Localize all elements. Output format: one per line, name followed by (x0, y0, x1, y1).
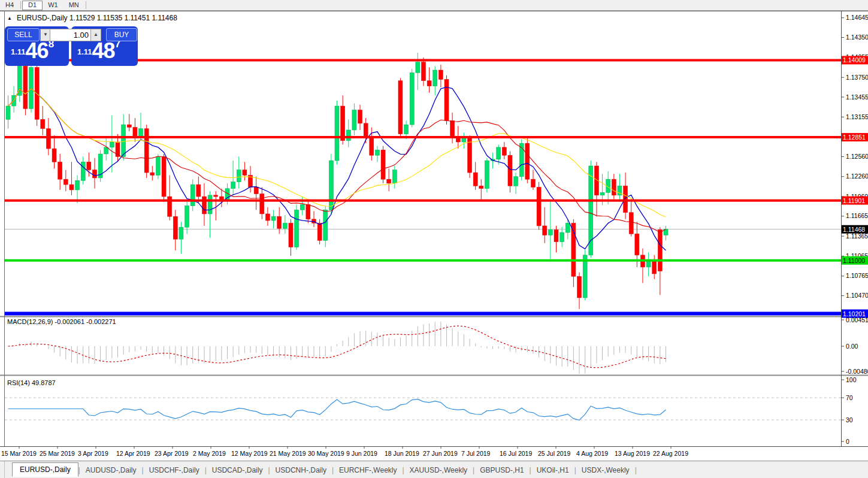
date-axis-label: 13 Aug 2019 (615, 450, 650, 457)
candle (156, 156, 160, 175)
date-axis-label: 22 Aug 2019 (653, 450, 688, 457)
candle (404, 125, 409, 134)
timeframe-toolbar: H4D1W1MN (0, 0, 868, 11)
candle (560, 232, 564, 242)
candle (346, 130, 350, 141)
macd-axis-tick: -0.004806 (846, 368, 868, 375)
candle (652, 261, 657, 274)
chart-tab-gbpusd-h1[interactable]: GBPUSD-,H1 (474, 464, 529, 477)
chart-tab-eurchf-weekly[interactable]: EURCHF-,Weekly (334, 464, 402, 477)
candle (29, 68, 34, 109)
candle (485, 161, 489, 189)
candle (104, 147, 108, 154)
candle (416, 62, 420, 73)
candle (185, 206, 189, 228)
rsi-axis-tick: 70 (846, 394, 853, 401)
date-axis-label: 9 Jun 2019 (346, 450, 377, 457)
candle (190, 184, 195, 206)
date-axis-label: 3 Apr 2019 (78, 450, 108, 457)
candle (110, 142, 114, 147)
price-axis-tick: 1.11665 (846, 212, 868, 219)
candle (317, 223, 322, 241)
rsi-indicator-label: RSI(14) 49.8787 (7, 379, 56, 386)
timeframe-button-mn[interactable]: MN (63, 1, 84, 10)
candle (254, 187, 258, 194)
date-axis-label: 2 May 2019 (193, 450, 226, 457)
price-chart[interactable]: 1.146451.143501.140551.137501.134551.131… (0, 0, 868, 478)
buy-quote-prefix: 1.11 (77, 47, 92, 56)
candle (473, 173, 477, 186)
candle (271, 216, 276, 220)
candle (635, 234, 639, 255)
chart-tab-usdcad-daily[interactable]: USDCAD-,Daily (207, 464, 268, 477)
candle (300, 204, 304, 210)
chart-tab-eurusd-daily[interactable]: EURUSD-,Daily (12, 462, 78, 477)
price-axis-tick: 1.13155 (846, 113, 868, 120)
candle (58, 162, 62, 179)
date-axis-label: 30 May 2019 (308, 450, 344, 457)
candle (75, 180, 80, 190)
candle (543, 226, 547, 235)
candle (92, 170, 96, 178)
candle (23, 66, 28, 108)
candle (577, 276, 582, 298)
candle (133, 128, 137, 137)
candle (306, 204, 310, 219)
tab-separator: | (635, 466, 637, 474)
candle (208, 195, 212, 214)
date-axis-label: 7 Jul 2019 (461, 450, 491, 457)
chart-tab-usdcnh-daily[interactable]: USDCNH-,Daily (270, 464, 332, 477)
price-axis-tick: 1.14350 (846, 34, 868, 41)
candle (629, 213, 633, 234)
date-axis-label: 23 Apr 2019 (155, 450, 189, 457)
mt4-window: H4D1W1MN 1.146451.143501.140551.137501.1… (0, 0, 868, 478)
macd-indicator-label: MACD(12,26,9) -0.002061 -0.002271 (7, 318, 116, 325)
buy-quote[interactable]: 1.11487 (77, 38, 120, 63)
chart-tab-xauusd-weekly[interactable]: XAUUSD-,Weekly (404, 464, 473, 477)
price-axis-tick: 1.10765 (846, 272, 868, 279)
candle (589, 166, 593, 255)
candle (196, 184, 201, 196)
candle (329, 161, 333, 210)
timeframe-button-d1[interactable]: D1 (22, 1, 43, 10)
macd-axis-tick: 0.004517 (846, 316, 868, 323)
volume-increase-button[interactable]: ▲ (90, 29, 101, 41)
candle (519, 143, 524, 177)
buy-quote-main: 48 (92, 38, 115, 63)
price-axis-tick: 1.13455 (846, 93, 868, 101)
price-axis-tick: 1.13750 (846, 74, 868, 81)
price-axis-tick: 1.12560 (846, 153, 868, 160)
candle (525, 143, 530, 179)
date-axis-label: 25 Jul 2019 (538, 450, 570, 457)
chart-tab-usdx-weekly[interactable]: USDX-,Weekly (576, 464, 635, 477)
sell-button[interactable]: SELL (7, 28, 40, 41)
candle (295, 210, 299, 247)
candle (387, 179, 391, 183)
candle (139, 129, 143, 137)
candle (341, 106, 345, 141)
candle (433, 70, 437, 86)
candle (531, 179, 535, 187)
rsi-axis-tick: 100 (846, 376, 857, 383)
buy-button[interactable]: BUY (106, 28, 137, 41)
macd-axis-tick: 0.00 (846, 343, 858, 350)
chart-tab-usdchf-daily[interactable]: USDCHF-,Daily (144, 464, 205, 477)
timeframe-button-h4[interactable]: H4 (0, 1, 19, 10)
candle (122, 125, 126, 156)
candle (468, 138, 472, 173)
candle (364, 123, 368, 138)
candle (260, 194, 264, 214)
candle (81, 162, 85, 180)
candle (283, 223, 287, 229)
chart-tab-ukoil-h1[interactable]: UKOil-,H1 (531, 464, 574, 477)
date-axis-label: 15 Mar 2019 (1, 450, 37, 457)
candle (548, 230, 552, 235)
sell-quote[interactable]: 1.11468 (11, 38, 54, 63)
candle (410, 72, 414, 125)
volume-input[interactable] (50, 29, 92, 41)
rsi-axis-tick: 30 (846, 416, 853, 423)
candle (243, 170, 247, 176)
collapse-arrow-icon[interactable]: ▲ (7, 16, 12, 21)
timeframe-button-w1[interactable]: W1 (43, 1, 63, 10)
chart-tab-audusd-daily[interactable]: AUDUSD-,Daily (80, 464, 142, 477)
